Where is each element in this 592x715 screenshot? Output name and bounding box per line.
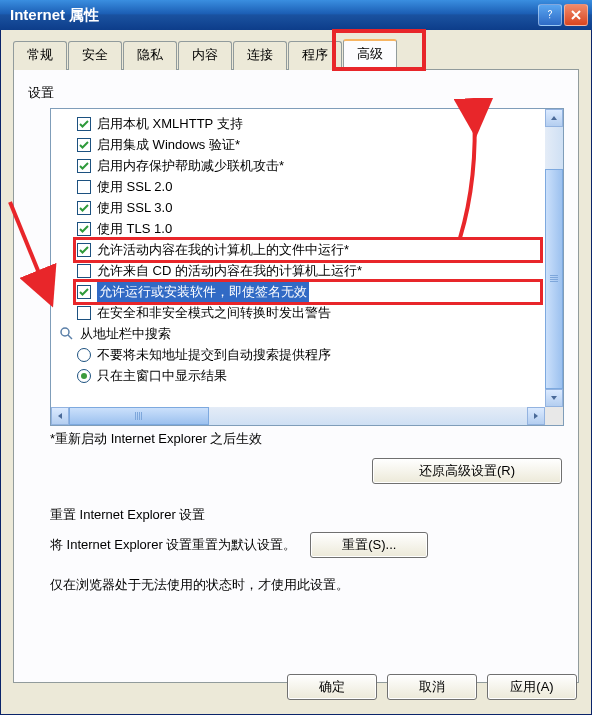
scroll-corner	[545, 407, 563, 425]
close-button[interactable]	[564, 4, 588, 26]
list-item[interactable]: 使用 SSL 2.0	[51, 176, 563, 197]
list-item-label: 启用集成 Windows 验证*	[97, 136, 240, 154]
settings-label: 设置	[28, 84, 564, 102]
radio-icon[interactable]	[77, 369, 91, 383]
list-item[interactable]: 使用 TLS 1.0	[51, 218, 563, 239]
dialog-body: 常规 安全 隐私 内容 连接 程序 高级 设置 启用本机 XMLHTTP 支持 …	[0, 30, 592, 715]
restart-footnote: *重新启动 Internet Explorer 之后生效	[50, 430, 564, 448]
list-item-label: 使用 SSL 2.0	[97, 178, 172, 196]
search-icon	[59, 326, 74, 341]
checkbox-icon[interactable]	[77, 201, 91, 215]
scroll-thumb[interactable]	[545, 169, 563, 389]
tab-panel: 设置 启用本机 XMLHTTP 支持 启用集成 Windows 验证* 启用内存…	[13, 69, 579, 683]
list-item-label: 使用 TLS 1.0	[97, 220, 172, 238]
tab-advanced[interactable]: 高级	[343, 39, 397, 68]
scroll-up-button[interactable]	[545, 109, 563, 127]
restore-button-row: 还原高级设置(R)	[28, 458, 562, 484]
scroll-track[interactable]	[209, 407, 527, 425]
cancel-button[interactable]: 取消	[387, 674, 477, 700]
list-item-header: 从地址栏中搜索	[51, 323, 563, 344]
list-item-label: 在安全和非安全模式之间转换时发出警告	[97, 304, 331, 322]
settings-list-inner: 启用本机 XMLHTTP 支持 启用集成 Windows 验证* 启用内存保护帮…	[51, 109, 563, 386]
tab-advanced-wrap: 高级	[343, 40, 397, 69]
reset-section: 重置 Internet Explorer 设置 将 Internet Explo…	[50, 506, 564, 594]
list-item[interactable]: 在安全和非安全模式之间转换时发出警告	[51, 302, 563, 323]
scroll-track[interactable]	[545, 127, 563, 169]
list-item[interactable]: 启用集成 Windows 验证*	[51, 134, 563, 155]
checkbox-icon[interactable]	[77, 264, 91, 278]
vertical-scrollbar[interactable]	[545, 109, 563, 407]
list-item-label: 不要将未知地址提交到自动搜索提供程序	[97, 346, 331, 364]
tab-security[interactable]: 安全	[68, 41, 122, 70]
reset-button[interactable]: 重置(S)...	[310, 532, 428, 558]
scroll-left-button[interactable]	[51, 407, 69, 425]
checkbox-icon[interactable]	[77, 180, 91, 194]
list-item-label: 使用 SSL 3.0	[97, 199, 172, 217]
list-item[interactable]: 只在主窗口中显示结果	[51, 365, 563, 386]
checkbox-icon[interactable]	[77, 117, 91, 131]
list-item-label: 允许活动内容在我的计算机上的文件中运行*	[97, 241, 349, 259]
reset-desc: 将 Internet Explorer 设置重置为默认设置。	[50, 536, 296, 554]
scroll-thumb[interactable]	[69, 407, 209, 425]
settings-list[interactable]: 启用本机 XMLHTTP 支持 启用集成 Windows 验证* 启用内存保护帮…	[50, 108, 564, 426]
list-item[interactable]: 不要将未知地址提交到自动搜索提供程序	[51, 344, 563, 365]
list-item[interactable]: 启用本机 XMLHTTP 支持	[51, 113, 563, 134]
ok-button[interactable]: 确定	[287, 674, 377, 700]
tab-programs[interactable]: 程序	[288, 41, 342, 70]
checkbox-icon[interactable]	[77, 243, 91, 257]
list-item-label: 允许来自 CD 的活动内容在我的计算机上运行*	[97, 262, 362, 280]
checkbox-icon[interactable]	[77, 138, 91, 152]
close-icon	[569, 8, 583, 22]
reset-row: 将 Internet Explorer 设置重置为默认设置。 重置(S)...	[50, 532, 564, 558]
list-item-label: 启用内存保护帮助减少联机攻击*	[97, 157, 284, 175]
list-item-label: 允许运行或安装软件，即使签名无效	[97, 282, 309, 302]
radio-icon[interactable]	[77, 348, 91, 362]
tab-privacy[interactable]: 隐私	[123, 41, 177, 70]
list-item-label: 从地址栏中搜索	[80, 325, 171, 343]
checkbox-icon[interactable]	[77, 285, 91, 299]
list-item[interactable]: 允许来自 CD 的活动内容在我的计算机上运行*	[51, 260, 563, 281]
help-button[interactable]	[538, 4, 562, 26]
tab-connections[interactable]: 连接	[233, 41, 287, 70]
horizontal-scrollbar[interactable]	[51, 407, 545, 425]
checkbox-icon[interactable]	[77, 306, 91, 320]
list-item[interactable]: 允许活动内容在我的计算机上的文件中运行*	[51, 239, 563, 260]
tab-strip: 常规 安全 隐私 内容 连接 程序 高级	[13, 40, 579, 69]
tab-content[interactable]: 内容	[178, 41, 232, 70]
help-icon	[543, 8, 557, 22]
reset-title: 重置 Internet Explorer 设置	[50, 506, 564, 524]
tab-general[interactable]: 常规	[13, 41, 67, 70]
list-item-label: 只在主窗口中显示结果	[97, 367, 227, 385]
reset-note: 仅在浏览器处于无法使用的状态时，才使用此设置。	[50, 576, 520, 594]
list-item[interactable]: 启用内存保护帮助减少联机攻击*	[51, 155, 563, 176]
checkbox-icon[interactable]	[77, 222, 91, 236]
scroll-right-button[interactable]	[527, 407, 545, 425]
list-item[interactable]: 使用 SSL 3.0	[51, 197, 563, 218]
restore-advanced-button[interactable]: 还原高级设置(R)	[372, 458, 562, 484]
window-title: Internet 属性	[10, 6, 536, 25]
dialog-button-row: 确定 取消 应用(A)	[287, 674, 577, 700]
svg-point-0	[61, 328, 69, 336]
title-bar: Internet 属性	[0, 0, 592, 30]
checkbox-icon[interactable]	[77, 159, 91, 173]
scroll-down-button[interactable]	[545, 389, 563, 407]
apply-button[interactable]: 应用(A)	[487, 674, 577, 700]
list-item[interactable]: 允许运行或安装软件，即使签名无效	[51, 281, 563, 302]
list-item-label: 启用本机 XMLHTTP 支持	[97, 115, 243, 133]
